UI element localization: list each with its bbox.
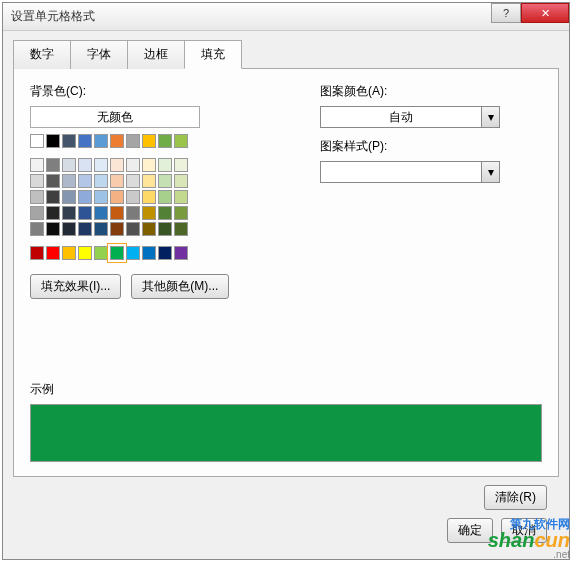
- color-swatch[interactable]: [94, 190, 108, 204]
- color-swatch[interactable]: [94, 174, 108, 188]
- color-swatch[interactable]: [62, 158, 76, 172]
- color-swatch[interactable]: [110, 190, 124, 204]
- color-swatch[interactable]: [110, 206, 124, 220]
- color-swatch[interactable]: [126, 206, 140, 220]
- color-swatch[interactable]: [30, 206, 44, 220]
- color-swatch[interactable]: [94, 158, 108, 172]
- color-swatch[interactable]: [110, 222, 124, 236]
- color-swatch[interactable]: [110, 246, 124, 260]
- color-swatch[interactable]: [174, 246, 188, 260]
- color-swatch[interactable]: [30, 158, 44, 172]
- color-swatch[interactable]: [110, 158, 124, 172]
- color-swatch[interactable]: [142, 246, 156, 260]
- color-swatch[interactable]: [142, 190, 156, 204]
- color-swatch[interactable]: [142, 206, 156, 220]
- color-swatch[interactable]: [62, 222, 76, 236]
- clear-button[interactable]: 清除(R): [484, 485, 547, 510]
- help-button[interactable]: ?: [491, 3, 521, 23]
- color-swatch[interactable]: [78, 206, 92, 220]
- color-swatch[interactable]: [126, 158, 140, 172]
- color-swatch[interactable]: [62, 206, 76, 220]
- color-swatch[interactable]: [46, 246, 60, 260]
- color-swatch[interactable]: [142, 174, 156, 188]
- color-swatch[interactable]: [78, 222, 92, 236]
- other-color-button[interactable]: 其他颜色(M)...: [131, 274, 229, 299]
- tab-border[interactable]: 边框: [127, 40, 185, 69]
- background-color-label: 背景色(C):: [30, 83, 290, 100]
- color-swatch[interactable]: [174, 222, 188, 236]
- color-palette: [30, 134, 290, 260]
- color-swatch[interactable]: [30, 174, 44, 188]
- color-swatch[interactable]: [62, 190, 76, 204]
- color-swatch[interactable]: [78, 158, 92, 172]
- sample-label: 示例: [30, 381, 542, 398]
- color-swatch[interactable]: [158, 134, 172, 148]
- color-swatch[interactable]: [174, 134, 188, 148]
- color-swatch[interactable]: [158, 206, 172, 220]
- color-swatch[interactable]: [46, 158, 60, 172]
- dialog-title: 设置单元格格式: [11, 8, 95, 25]
- sample-preview: [30, 404, 542, 462]
- color-swatch[interactable]: [46, 222, 60, 236]
- color-swatch[interactable]: [62, 246, 76, 260]
- color-swatch[interactable]: [158, 246, 172, 260]
- color-swatch[interactable]: [126, 134, 140, 148]
- color-swatch[interactable]: [94, 222, 108, 236]
- close-button[interactable]: ✕: [521, 3, 569, 23]
- color-swatch[interactable]: [46, 206, 60, 220]
- color-swatch[interactable]: [126, 190, 140, 204]
- chevron-down-icon: ▾: [481, 107, 499, 127]
- tab-number[interactable]: 数字: [13, 40, 71, 69]
- color-swatch[interactable]: [142, 222, 156, 236]
- color-swatch[interactable]: [110, 174, 124, 188]
- color-swatch[interactable]: [174, 158, 188, 172]
- color-swatch[interactable]: [46, 134, 60, 148]
- ok-button[interactable]: 确定: [447, 518, 493, 543]
- color-swatch[interactable]: [110, 134, 124, 148]
- color-swatch[interactable]: [46, 174, 60, 188]
- pattern-style-combo[interactable]: ▾: [320, 161, 500, 183]
- tab-font[interactable]: 字体: [70, 40, 128, 69]
- color-swatch[interactable]: [126, 246, 140, 260]
- tab-bar: 数字 字体 边框 填充: [13, 39, 559, 69]
- pattern-style-label: 图案样式(P):: [320, 138, 542, 155]
- color-swatch[interactable]: [78, 190, 92, 204]
- color-swatch[interactable]: [142, 134, 156, 148]
- titlebar: 设置单元格格式 ? ✕: [3, 3, 569, 31]
- pattern-color-combo[interactable]: 自动 ▾: [320, 106, 500, 128]
- color-swatch[interactable]: [30, 190, 44, 204]
- color-swatch[interactable]: [46, 190, 60, 204]
- color-swatch[interactable]: [174, 206, 188, 220]
- pattern-color-label: 图案颜色(A):: [320, 83, 542, 100]
- color-swatch[interactable]: [62, 174, 76, 188]
- fill-effect-button[interactable]: 填充效果(I)...: [30, 274, 121, 299]
- color-swatch[interactable]: [78, 246, 92, 260]
- color-swatch[interactable]: [78, 134, 92, 148]
- tab-fill[interactable]: 填充: [184, 40, 242, 69]
- color-swatch[interactable]: [126, 222, 140, 236]
- color-swatch[interactable]: [174, 174, 188, 188]
- color-swatch[interactable]: [158, 190, 172, 204]
- color-swatch[interactable]: [30, 222, 44, 236]
- cancel-button[interactable]: 取消: [501, 518, 547, 543]
- no-color-button[interactable]: 无颜色: [30, 106, 200, 128]
- color-swatch[interactable]: [94, 134, 108, 148]
- color-swatch[interactable]: [158, 222, 172, 236]
- pattern-color-value: 自动: [321, 109, 481, 126]
- chevron-down-icon: ▾: [481, 162, 499, 182]
- color-swatch[interactable]: [78, 174, 92, 188]
- color-swatch[interactable]: [158, 158, 172, 172]
- color-swatch[interactable]: [30, 246, 44, 260]
- color-swatch[interactable]: [62, 134, 76, 148]
- color-swatch[interactable]: [94, 246, 108, 260]
- color-swatch[interactable]: [142, 158, 156, 172]
- color-swatch[interactable]: [30, 134, 44, 148]
- color-swatch[interactable]: [94, 206, 108, 220]
- color-swatch[interactable]: [158, 174, 172, 188]
- color-swatch[interactable]: [126, 174, 140, 188]
- color-swatch[interactable]: [174, 190, 188, 204]
